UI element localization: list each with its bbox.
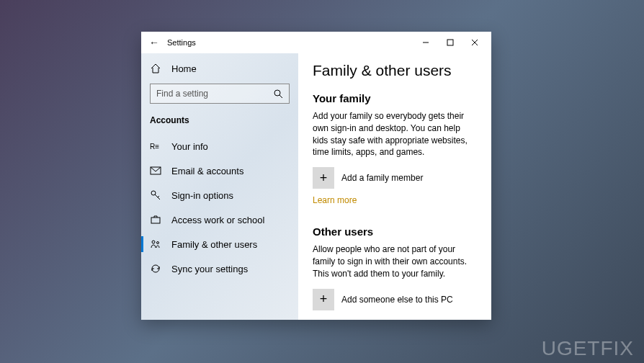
sidebar-item-work-school[interactable]: Access work or school: [141, 207, 298, 232]
close-button[interactable]: [462, 32, 487, 53]
settings-window: ← Settings Home Accounts R≡ Your info: [141, 32, 491, 320]
sidebar: Home Accounts R≡ Your info Email & accou…: [141, 53, 298, 320]
person-icon: R≡: [150, 140, 161, 152]
family-section-title: Your family: [313, 92, 477, 104]
home-label: Home: [171, 63, 197, 74]
main-panel: Family & other users Your family Add you…: [298, 53, 491, 320]
home-nav[interactable]: Home: [141, 56, 298, 81]
svg-point-6: [152, 241, 155, 243]
add-family-member-button[interactable]: + Add a family member: [313, 167, 477, 189]
add-family-label: Add a family member: [341, 173, 423, 183]
svg-text:R≡: R≡: [150, 143, 159, 151]
sidebar-section-label: Accounts: [141, 111, 298, 134]
back-button[interactable]: ←: [146, 37, 163, 48]
svg-point-1: [274, 90, 280, 96]
sidebar-item-label: Access work or school: [171, 215, 264, 225]
search-wrap: [141, 81, 298, 111]
mail-icon: [150, 165, 161, 176]
sidebar-item-label: Family & other users: [171, 239, 257, 250]
briefcase-icon: [150, 214, 161, 225]
sidebar-item-signin[interactable]: Sign-in options: [141, 183, 298, 207]
svg-rect-5: [151, 218, 160, 223]
home-icon: [150, 63, 161, 74]
page-heading: Family & other users: [313, 62, 477, 79]
titlebar: ← Settings: [141, 32, 491, 53]
key-icon: [150, 189, 161, 201]
sidebar-item-label: Email & accounts: [171, 166, 243, 176]
search-box[interactable]: [150, 84, 290, 104]
learn-more-link[interactable]: Learn more: [313, 195, 357, 205]
watermark: UGETFIX: [542, 337, 634, 360]
sync-icon: [150, 263, 161, 274]
svg-rect-0: [447, 40, 453, 45]
add-other-user-button[interactable]: + Add someone else to this PC: [313, 289, 477, 310]
sidebar-item-your-info[interactable]: R≡ Your info: [141, 134, 298, 158]
sidebar-item-sync[interactable]: Sync your settings: [141, 256, 298, 281]
plus-icon: +: [313, 289, 334, 310]
window-controls: [413, 32, 487, 53]
minimize-button[interactable]: [413, 32, 438, 53]
plus-icon: +: [313, 167, 334, 189]
window-title: Settings: [167, 38, 413, 47]
maximize-button[interactable]: [438, 32, 462, 53]
content-area: Home Accounts R≡ Your info Email & accou…: [141, 53, 491, 320]
search-input[interactable]: [156, 89, 273, 99]
sidebar-item-label: Your info: [171, 141, 208, 152]
other-users-desc: Allow people who are not part of your fa…: [313, 243, 477, 279]
search-icon: [273, 89, 283, 99]
people-icon: [150, 238, 161, 250]
sidebar-item-label: Sign-in options: [171, 190, 233, 201]
sidebar-item-email[interactable]: Email & accounts: [141, 158, 298, 183]
other-users-title: Other users: [313, 225, 477, 238]
family-section-desc: Add your family so everybody gets their …: [313, 110, 477, 158]
sidebar-item-family[interactable]: Family & other users: [141, 232, 298, 256]
svg-point-7: [157, 242, 159, 244]
add-other-label: Add someone else to this PC: [341, 295, 453, 305]
sidebar-item-label: Sync your settings: [171, 264, 248, 274]
